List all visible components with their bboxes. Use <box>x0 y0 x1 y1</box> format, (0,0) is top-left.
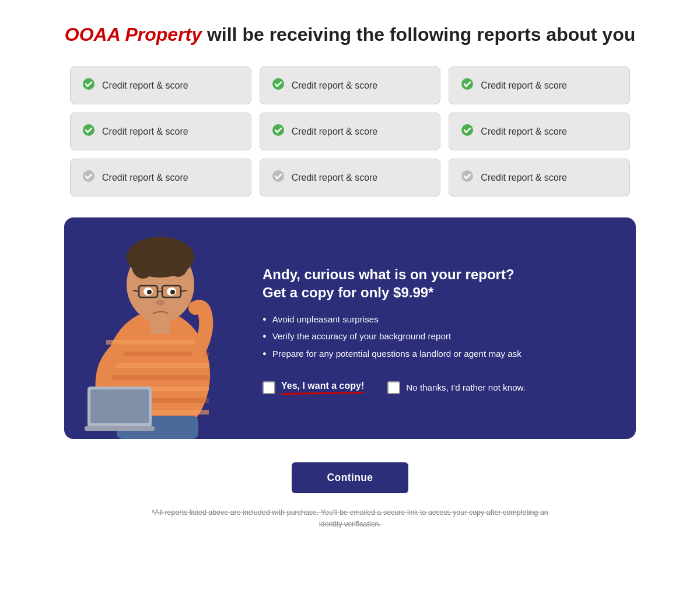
svg-rect-10 <box>106 340 209 345</box>
choice-no-label: No thanks, I'd rather not know. <box>406 382 526 392</box>
report-item-4: Credit report & score <box>70 113 251 150</box>
svg-rect-36 <box>150 317 170 334</box>
reports-grid: Credit report & scoreCredit report & sco… <box>70 66 630 196</box>
check-active-icon <box>461 124 474 139</box>
report-label: Credit report & score <box>481 173 567 183</box>
svg-point-1 <box>272 78 284 90</box>
check-active-icon <box>461 78 474 93</box>
report-label: Credit report & score <box>102 127 188 137</box>
checkbox-yes[interactable] <box>262 381 275 394</box>
check-active-icon <box>82 78 95 93</box>
promo-title: Andy, curious what is on your report?Get… <box>262 265 612 301</box>
svg-point-7 <box>272 170 284 182</box>
report-label: Credit report & score <box>292 173 378 183</box>
check-active-icon <box>272 124 285 139</box>
promo-choices: Yes, I want a copy! No thanks, I'd rathe… <box>262 381 612 394</box>
report-item-8: Credit report & score <box>260 159 441 196</box>
continue-button[interactable]: Continue <box>292 462 408 493</box>
report-label: Credit report & score <box>292 127 378 137</box>
svg-point-6 <box>83 170 94 182</box>
report-item-6: Credit report & score <box>449 113 630 150</box>
footer-note-wrap: *All reports listed above are included w… <box>146 507 554 531</box>
svg-rect-12 <box>106 363 209 368</box>
choice-yes-label: Yes, I want a copy! <box>281 381 364 394</box>
choice-no[interactable]: No thanks, I'd rather not know. <box>387 381 526 394</box>
page-wrapper: OOAA Property will be receiving the foll… <box>29 23 671 531</box>
check-inactive-icon <box>272 170 285 185</box>
promo-banner: Andy, curious what is on your report?Get… <box>64 217 636 439</box>
footer-note: *All reports listed above are included w… <box>146 507 554 531</box>
report-item-3: Credit report & score <box>449 66 630 104</box>
check-active-icon <box>272 78 285 93</box>
report-label: Credit report & score <box>102 173 188 183</box>
svg-point-31 <box>156 300 165 306</box>
report-item-5: Credit report & score <box>260 113 441 150</box>
svg-rect-35 <box>85 426 155 431</box>
person-illustration <box>70 188 245 439</box>
svg-point-20 <box>131 250 155 279</box>
report-label: Credit report & score <box>481 127 567 137</box>
svg-point-2 <box>461 78 473 90</box>
choice-yes[interactable]: Yes, I want a copy! <box>262 381 364 394</box>
svg-rect-34 <box>90 389 149 423</box>
bullet-2: Verify the accuracy of your background r… <box>262 330 612 342</box>
promo-image-area <box>64 217 251 439</box>
brand-name: OOAA Property <box>65 24 202 45</box>
svg-point-4 <box>272 124 284 136</box>
report-item-1: Credit report & score <box>70 66 251 104</box>
svg-point-21 <box>167 251 188 277</box>
report-item-2: Credit report & score <box>260 66 441 104</box>
promo-bullets: Avoid unpleasant surprises Verify the ac… <box>262 313 612 364</box>
bullet-3: Prepare for any potential questions a la… <box>262 347 612 360</box>
headline: OOAA Property will be receiving the foll… <box>65 23 635 45</box>
check-inactive-icon <box>461 170 474 185</box>
report-item-9: Credit report & score <box>449 159 630 196</box>
report-label: Credit report & score <box>481 80 567 91</box>
headline-rest: will be receiving the following reports … <box>207 24 635 45</box>
svg-point-8 <box>461 170 473 182</box>
svg-point-29 <box>147 290 152 294</box>
check-active-icon <box>82 124 95 139</box>
checkbox-no[interactable] <box>387 381 400 394</box>
bullet-1: Avoid unpleasant surprises <box>262 313 612 325</box>
svg-point-0 <box>83 78 94 90</box>
svg-point-5 <box>461 124 473 136</box>
svg-rect-13 <box>106 375 209 380</box>
report-label: Credit report & score <box>102 80 188 91</box>
check-inactive-icon <box>82 170 95 185</box>
svg-point-3 <box>83 124 94 136</box>
promo-content: Andy, curious what is on your report?Get… <box>251 217 636 439</box>
svg-point-30 <box>170 290 175 294</box>
report-label: Credit report & score <box>292 80 378 91</box>
